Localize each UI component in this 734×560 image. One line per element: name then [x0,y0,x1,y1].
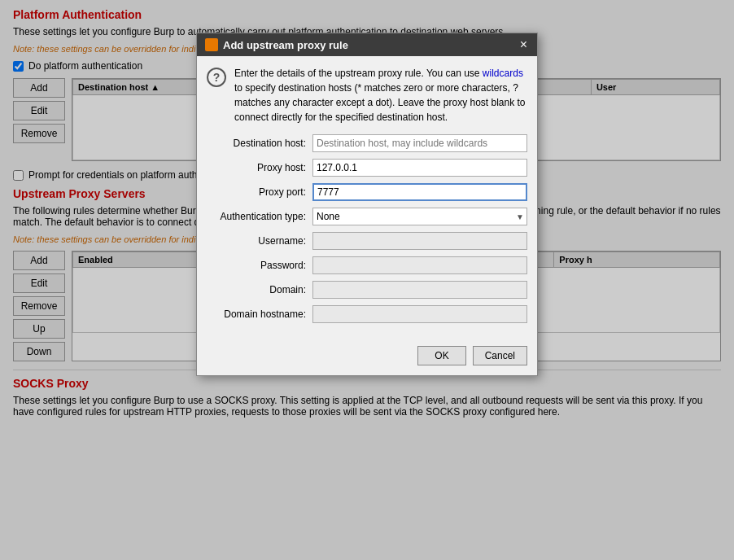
ok-button[interactable]: OK [417,346,465,365]
destination-host-row: Destination host: [207,134,527,152]
proxy-host-row: Proxy host: [207,159,527,177]
auth-type-select-wrapper: None Basic NTLMv1 NTLMv2 Digest ▼ [312,208,527,225]
domain-hostname-label: Domain hostname: [207,308,312,320]
modal-body: ? Enter the details of the upstream prox… [197,56,537,339]
destination-host-label: Destination host: [207,138,312,149]
proxy-port-row: Proxy port: [207,183,527,201]
proxy-host-label: Proxy host: [207,162,312,173]
modal-header-left: Add upstream proxy rule [205,38,348,51]
destination-host-input[interactable] [312,134,527,152]
domain-hostname-row: Domain hostname: [207,305,527,323]
auth-type-select[interactable]: None Basic NTLMv1 NTLMv2 Digest [312,208,527,225]
password-label: Password: [207,260,312,271]
password-input[interactable] [312,256,527,274]
burp-icon [205,38,218,51]
auth-type-label: Authentication type: [207,211,312,222]
cancel-button[interactable]: Cancel [473,346,527,365]
modal-header: Add upstream proxy rule × [197,33,537,56]
username-row: Username: [207,232,527,250]
modal-close-button[interactable]: × [518,38,529,51]
proxy-port-label: Proxy port: [207,186,312,198]
wildcards-link[interactable]: wildcards [483,68,523,79]
modal-info-text: Enter the details of the upstream proxy … [234,66,527,125]
modal-overlay: Add upstream proxy rule × ? Enter the de… [0,0,734,560]
domain-row: Domain: [207,281,527,299]
username-input[interactable] [312,232,527,250]
question-icon: ? [207,68,226,87]
domain-input[interactable] [312,281,527,299]
proxy-host-input[interactable] [312,159,527,177]
password-row: Password: [207,256,527,274]
domain-hostname-input[interactable] [312,305,527,323]
domain-label: Domain: [207,284,312,295]
proxy-port-input[interactable] [312,183,527,201]
add-upstream-proxy-modal: Add upstream proxy rule × ? Enter the de… [196,33,538,376]
auth-type-row: Authentication type: None Basic NTLMv1 N… [207,208,527,225]
modal-footer: OK Cancel [197,339,537,375]
modal-info-row: ? Enter the details of the upstream prox… [207,66,527,125]
username-label: Username: [207,235,312,247]
page-wrapper: Platform Authentication These settings l… [0,0,734,560]
modal-title: Add upstream proxy rule [223,39,348,51]
